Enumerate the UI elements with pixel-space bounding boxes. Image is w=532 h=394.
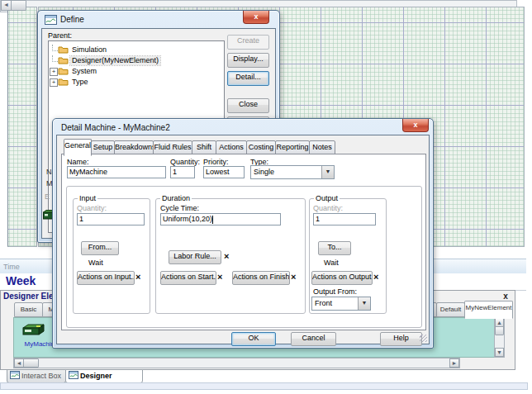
tab-costing[interactable]: Costing (246, 140, 276, 154)
delete-icon[interactable]: × (135, 273, 140, 282)
quantity-input[interactable]: 1 (170, 166, 195, 178)
detail-button[interactable]: Detail... (227, 71, 269, 86)
scroll-thumb[interactable] (11, 0, 26, 11)
quantity-label: Quantity: (170, 158, 200, 166)
tab-shift[interactable]: Shift (192, 140, 216, 154)
button-label: Cancel (302, 334, 325, 342)
name-input[interactable]: MyMachine (67, 166, 166, 178)
help-button[interactable]: Help (380, 332, 422, 346)
tree-item-label[interactable]: Type (70, 78, 90, 87)
designer-tab-mynewelement[interactable]: MyNewElement (464, 301, 513, 319)
scroll-down-button[interactable]: ▼ (495, 348, 504, 357)
close-dialog-button[interactable]: Close (227, 98, 269, 113)
input-quantity-label: Quantity: (77, 204, 107, 212)
scroll-thumb[interactable] (23, 358, 39, 368)
tree-item-designer[interactable]: Designer(MyNewElement) (49, 55, 224, 66)
designer-tab-default[interactable]: Default (436, 302, 465, 317)
output-from-select[interactable]: Front ▼ (311, 297, 371, 311)
input-value: Lowest (206, 168, 230, 176)
tree-item-label[interactable]: Designer(MyNewElement) (70, 56, 160, 65)
layout-window-left[interactable] (7, 7, 37, 247)
labor-rule-button[interactable]: Labor Rule... (169, 250, 221, 264)
button-label: Display... (233, 55, 263, 63)
tab-reporting[interactable]: Reporting (275, 140, 310, 154)
input-quantity-input[interactable]: 1 (77, 213, 145, 225)
ok-button[interactable]: OK (231, 332, 276, 346)
tab-setup[interactable]: Setup (91, 140, 115, 154)
dialog-title: Detail Machine - MyMachine2 (61, 123, 170, 132)
output-quantity-input[interactable]: 1 (313, 213, 376, 225)
output-wait-label: Wait (324, 259, 339, 267)
expand-icon[interactable]: + (50, 78, 58, 87)
designer-vertical-scrollbar[interactable]: ▲ ▼ (494, 317, 505, 358)
scroll-up-icon: ▲ (496, 320, 502, 325)
app-window-icon (10, 371, 20, 379)
tab-actions[interactable]: Actions (216, 140, 247, 154)
dialog-title: Define (60, 15, 84, 24)
folder-icon (58, 45, 69, 54)
create-button[interactable]: Create (227, 35, 269, 50)
tab-label: Interact Box (21, 372, 61, 380)
priority-input[interactable]: Lowest (203, 166, 245, 178)
name-label: Name: (67, 158, 89, 166)
scroll-right-button[interactable]: ► (449, 358, 459, 368)
actions-on-finish-button[interactable]: Actions on Finish... (232, 271, 290, 285)
window-tab-designer-elements[interactable]: Designer Elements (65, 369, 143, 383)
output-quantity-label: Quantity: (313, 204, 343, 212)
machine-icon[interactable] (21, 323, 45, 336)
tree-item-label[interactable]: Simulation (70, 45, 108, 55)
button-label: Labor Rule... (173, 252, 216, 260)
tab-fluid-rules[interactable]: Fluid Rules (153, 140, 192, 154)
input-wait-label: Wait (88, 259, 103, 267)
cycle-time-label: Cycle Time: (160, 204, 199, 212)
chevron-down-icon[interactable]: ▼ (358, 297, 370, 310)
delete-icon[interactable]: × (373, 273, 378, 282)
delete-icon[interactable]: × (224, 252, 229, 261)
scroll-thumb[interactable] (495, 326, 504, 335)
actions-on-start-button[interactable]: Actions on Start... (160, 271, 216, 285)
actions-on-output-button[interactable]: Actions on Output... (311, 271, 373, 285)
input-value: 1 (316, 215, 320, 223)
input-value: Uniform(10,20) (163, 215, 212, 223)
designer-horizontal-scrollbar[interactable]: ◄ ► (13, 358, 460, 368)
window-tab-interact-box[interactable]: Interact Box (7, 369, 66, 383)
tree-item-simulation[interactable]: Simulation (49, 45, 224, 55)
tab-breakdowns[interactable]: Breakdowns (114, 140, 154, 154)
button-label: Close (239, 100, 258, 108)
tab-general[interactable]: General (64, 139, 92, 156)
close-icon: x (413, 121, 417, 129)
tab-label: Actions (219, 143, 244, 151)
tab-notes[interactable]: Notes (309, 140, 335, 154)
general-tab-page: Name: Quantity: Priority: Type: MyMachin… (61, 154, 426, 330)
from-button[interactable]: From... (81, 241, 119, 255)
delete-icon[interactable]: × (291, 273, 296, 282)
tab-label: Shift (197, 143, 211, 151)
tree-item-type[interactable]: + Type (49, 77, 224, 88)
cycle-time-input[interactable]: Uniform(10,20) (160, 213, 281, 225)
type-select[interactable]: Single ▼ (250, 165, 335, 179)
text-cursor (212, 216, 213, 224)
app-window-icon (69, 371, 78, 379)
dialog-body: General Setup Breakdowns Fluid Rules Shi… (56, 135, 430, 344)
delete-icon[interactable]: × (217, 273, 222, 282)
resize-grip[interactable] (420, 335, 427, 342)
tree-item-system[interactable]: + System (49, 66, 224, 77)
folder-icon (58, 78, 69, 86)
button-label: Actions on Finish... (233, 273, 290, 281)
cancel-button[interactable]: Cancel (291, 332, 336, 346)
button-label: Actions on Input... (78, 273, 135, 281)
app-window-icon (45, 15, 57, 25)
close-button[interactable]: x (243, 11, 269, 24)
designer-tab-basic[interactable]: Basic (14, 302, 43, 317)
chevron-down-icon[interactable]: ▼ (321, 166, 334, 178)
to-button[interactable]: To... (318, 241, 351, 255)
tab-label: General (64, 141, 91, 150)
close-button[interactable]: x (402, 119, 429, 132)
expand-icon[interactable]: + (50, 68, 58, 76)
tree-item-label[interactable]: System (70, 67, 98, 76)
actions-on-input-button[interactable]: Actions on Input... (77, 271, 135, 285)
display-button[interactable]: Display... (227, 53, 269, 68)
tab-label: Costing (249, 143, 274, 151)
group-title: Input (78, 195, 97, 202)
parent-label: Parent: (48, 31, 72, 40)
